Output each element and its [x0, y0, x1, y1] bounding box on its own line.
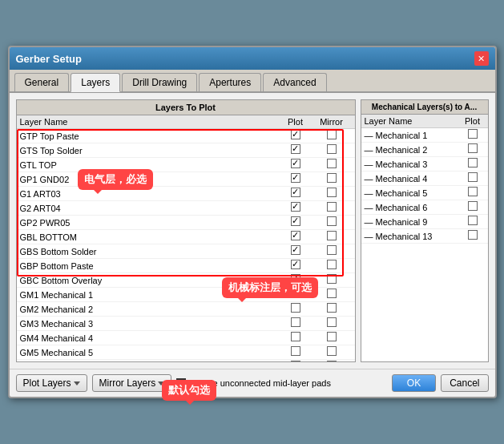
cancel-button[interactable]: Cancel	[441, 374, 488, 392]
mech-row: — Mechanical 13	[361, 229, 488, 244]
layer-row: GBS Bottom Solder	[17, 244, 355, 259]
mech-plot-check[interactable]	[461, 143, 485, 155]
mech-layer-name: — Mechanical 3	[365, 159, 461, 169]
layer-row: GTS Top Solder	[17, 143, 355, 158]
layer-mirror-check[interactable]	[312, 231, 352, 243]
layer-mirror-check[interactable]	[312, 144, 352, 156]
tab-general[interactable]: General	[14, 73, 70, 91]
layer-row: GM5 Mechanical 5	[17, 345, 355, 360]
window-title: Gerber Setup	[16, 53, 82, 65]
layer-name: GTP Top Paste	[20, 131, 280, 141]
tab-drill-drawing[interactable]: Drill Drawing	[122, 73, 197, 91]
mech-row: — Mechanical 4	[361, 172, 488, 186]
mirror-layers-label: Mirror Layers	[99, 377, 156, 389]
layers-list[interactable]: GTP Top PasteGTS Top SolderGTL TOPGP1 GN…	[17, 129, 355, 361]
layer-name: GM3 Mechanical 3	[20, 319, 280, 329]
layer-mirror-check[interactable]	[312, 202, 352, 214]
mech-row: — Mechanical 5	[361, 186, 488, 200]
layer-name: G2 ART04	[20, 204, 280, 213]
close-button[interactable]: ✕	[474, 51, 489, 66]
layer-mirror-check[interactable]	[312, 332, 352, 344]
layer-plot-check[interactable]	[280, 317, 312, 329]
layer-plot-check[interactable]	[280, 346, 312, 358]
mech-layer-name: — Mechanical 5	[365, 188, 461, 198]
layer-plot-check[interactable]	[280, 216, 312, 228]
mech-layer-name: — Mechanical 6	[365, 203, 461, 212]
layer-mirror-check[interactable]	[312, 361, 352, 361]
annotation-mech: 机械标注层，可选	[222, 277, 318, 298]
annotation-elec: 电气层，必选	[78, 169, 153, 190]
layer-plot-check[interactable]	[280, 159, 312, 171]
col-layer-name: Layer Name	[20, 117, 280, 127]
layer-name: GTS Top Solder	[20, 146, 280, 155]
mech-plot-check[interactable]	[461, 129, 485, 141]
layer-plot-check[interactable]	[280, 245, 312, 257]
layer-mirror-check[interactable]	[312, 346, 352, 358]
mech-list[interactable]: — Mechanical 1— Mechanical 2— Mechanical…	[361, 128, 488, 361]
layer-plot-check[interactable]	[280, 188, 312, 200]
layer-row: GM2 Mechanical 2	[17, 302, 355, 317]
layer-plot-check[interactable]	[280, 260, 312, 272]
tab-layers[interactable]: Layers	[71, 73, 120, 92]
mech-layers-panel: Mechanical Layers(s) to A... Layer Name …	[361, 99, 489, 362]
layer-name: GTL TOP	[20, 160, 280, 170]
right-col-headers: Layer Name Plot	[361, 115, 488, 128]
layer-row: GBL BOTTOM	[17, 230, 355, 244]
layer-mirror-check[interactable]	[312, 159, 352, 171]
layer-name: GBP Bottom Paste	[20, 261, 280, 271]
footer: Plot Layers Mirror Layers Include unconn…	[10, 369, 495, 397]
mech-layer-name: — Mechanical 1	[365, 131, 461, 140]
layer-mirror-check[interactable]	[312, 216, 352, 228]
col-plot: Plot	[280, 117, 312, 127]
main-content: 电气层，必选 机械标注层，可选 默认勾选 Layers To Plot Laye…	[10, 93, 495, 369]
plot-layers-label: Plot Layers	[23, 377, 71, 389]
left-col-headers: Layer Name Plot Mirror	[17, 115, 355, 129]
mech-plot-check[interactable]	[461, 158, 485, 170]
layer-name: GP2 PWR05	[20, 218, 280, 228]
plot-layers-button[interactable]: Plot Layers	[16, 374, 87, 392]
left-panel-header: Layers To Plot	[17, 100, 355, 115]
layer-plot-check[interactable]	[280, 303, 312, 315]
mech-layer-name: — Mechanical 2	[365, 145, 461, 155]
ok-button[interactable]: OK	[392, 374, 436, 392]
layer-mirror-check[interactable]	[312, 260, 352, 272]
layer-row: GM3 Mechanical 3	[17, 317, 355, 331]
layer-mirror-check[interactable]	[312, 130, 352, 142]
tab-apertures[interactable]: Apertures	[199, 73, 261, 91]
mirror-layers-button[interactable]: Mirror Layers	[92, 374, 172, 392]
layer-mirror-check[interactable]	[312, 245, 352, 257]
mech-row: — Mechanical 1	[361, 128, 488, 143]
layers-to-plot-panel: Layers To Plot Layer Name Plot Mirror GT…	[16, 99, 356, 362]
layer-mirror-check[interactable]	[312, 173, 352, 185]
right-panel-header: Mechanical Layers(s) to A...	[361, 100, 488, 115]
layer-mirror-check[interactable]	[312, 317, 352, 329]
mech-layer-name: — Mechanical 9	[365, 217, 461, 227]
mech-plot-check[interactable]	[461, 216, 485, 228]
mech-layer-name: — Mechanical 13	[365, 232, 461, 241]
mech-plot-check[interactable]	[461, 187, 485, 199]
layer-plot-check[interactable]	[280, 173, 312, 185]
layer-name: G1 ART03	[20, 189, 280, 199]
layer-plot-check[interactable]	[280, 332, 312, 344]
mech-plot-check[interactable]	[461, 201, 485, 213]
layer-row: GTL TOP	[17, 158, 355, 172]
layer-row: G1 ART03	[17, 187, 355, 201]
layer-plot-check[interactable]	[280, 144, 312, 156]
mech-row: — Mechanical 9	[361, 215, 488, 229]
layer-plot-check[interactable]	[280, 231, 312, 243]
tab-advanced[interactable]: Advanced	[263, 73, 326, 91]
layer-name: GM4 Mechanical 4	[20, 333, 280, 343]
mech-row: — Mechanical 3	[361, 157, 488, 172]
layer-plot-check[interactable]	[280, 361, 312, 361]
layer-plot-check[interactable]	[280, 130, 312, 142]
mech-plot-check[interactable]	[461, 230, 485, 242]
layer-mirror-check[interactable]	[312, 303, 352, 315]
layer-plot-check[interactable]	[280, 202, 312, 214]
layer-name: GBS Bottom Solder	[20, 247, 280, 256]
layers-area: GTP Top PasteGTS Top SolderGTL TOPGP1 GN…	[17, 129, 355, 361]
mech-layer-name: — Mechanical 4	[365, 174, 461, 184]
mech-row: — Mechanical 2	[361, 143, 488, 157]
mech-plot-check[interactable]	[461, 172, 485, 184]
layer-mirror-check[interactable]	[312, 188, 352, 200]
title-bar: Gerber Setup ✕	[10, 47, 495, 70]
